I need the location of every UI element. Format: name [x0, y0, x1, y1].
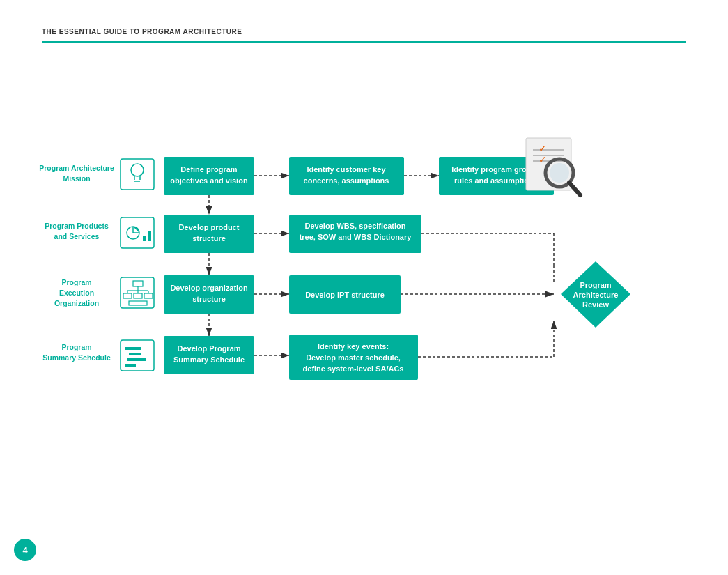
svg-text:Execution: Execution — [59, 289, 94, 297]
page-number: 4 — [14, 539, 36, 561]
svg-text:Develop organization: Develop organization — [170, 284, 248, 292]
svg-point-89 — [550, 163, 569, 183]
svg-text:Program: Program — [61, 278, 91, 286]
svg-text:objectives and vision: objectives and vision — [170, 176, 248, 185]
svg-text:structure: structure — [192, 295, 226, 303]
svg-text:rules and assumptions: rules and assumptions — [454, 176, 538, 185]
svg-text:Develop IPT structure: Develop IPT structure — [305, 291, 385, 299]
svg-text:Review: Review — [582, 300, 609, 309]
svg-text:Program: Program — [580, 281, 611, 289]
svg-text:tree, SOW and WBS Dictionary: tree, SOW and WBS Dictionary — [300, 233, 412, 241]
svg-rect-80 — [125, 364, 136, 367]
svg-point-55 — [131, 164, 144, 176]
svg-text:Identify key events:: Identify key events: — [318, 342, 389, 351]
page-title: THE ESSENTIAL GUIDE TO PROGRAM ARCHITECT… — [42, 28, 686, 36]
svg-rect-64 — [148, 231, 151, 241]
svg-rect-72 — [123, 293, 132, 298]
svg-text:Identify customer key: Identify customer key — [307, 165, 386, 174]
svg-text:✓: ✓ — [539, 143, 547, 154]
diagram-svg: Define program objectives and vision Ide… — [38, 63, 690, 502]
svg-rect-79 — [127, 358, 146, 361]
svg-rect-63 — [143, 236, 146, 241]
svg-text:Summary Schedule: Summary Schedule — [42, 353, 111, 362]
svg-text:Architecture: Architecture — [573, 291, 619, 299]
svg-text:Summary Schedule: Summary Schedule — [173, 355, 245, 364]
svg-rect-77 — [125, 347, 141, 350]
svg-rect-73 — [134, 293, 142, 298]
svg-text:✓: ✓ — [539, 154, 547, 165]
svg-text:Mission: Mission — [63, 174, 90, 183]
svg-text:Develop WBS, specification: Develop WBS, specification — [305, 222, 406, 230]
svg-rect-65 — [121, 277, 154, 308]
svg-text:concerns, assumptions: concerns, assumptions — [304, 176, 389, 185]
svg-text:Organization: Organization — [54, 299, 99, 307]
svg-text:define system-level SA/ACs: define system-level SA/ACs — [303, 365, 404, 373]
svg-rect-78 — [129, 353, 141, 355]
svg-text:structure: structure — [192, 234, 226, 243]
svg-text:Program: Program — [61, 343, 91, 351]
svg-rect-66 — [133, 281, 143, 286]
svg-text:Program Products: Program Products — [45, 222, 109, 230]
svg-text:Develop Program: Develop Program — [177, 344, 240, 353]
svg-rect-74 — [144, 293, 153, 298]
svg-rect-75 — [129, 301, 147, 305]
header-divider — [42, 41, 686, 43]
svg-text:Develop master schedule,: Develop master schedule, — [306, 353, 401, 362]
svg-text:Develop product: Develop product — [179, 223, 240, 231]
page-header: THE ESSENTIAL GUIDE TO PROGRAM ARCHITECT… — [42, 28, 686, 43]
svg-text:and Services: and Services — [54, 232, 100, 240]
svg-text:Define program: Define program — [180, 165, 238, 174]
svg-text:Program Architecture: Program Architecture — [39, 164, 114, 172]
